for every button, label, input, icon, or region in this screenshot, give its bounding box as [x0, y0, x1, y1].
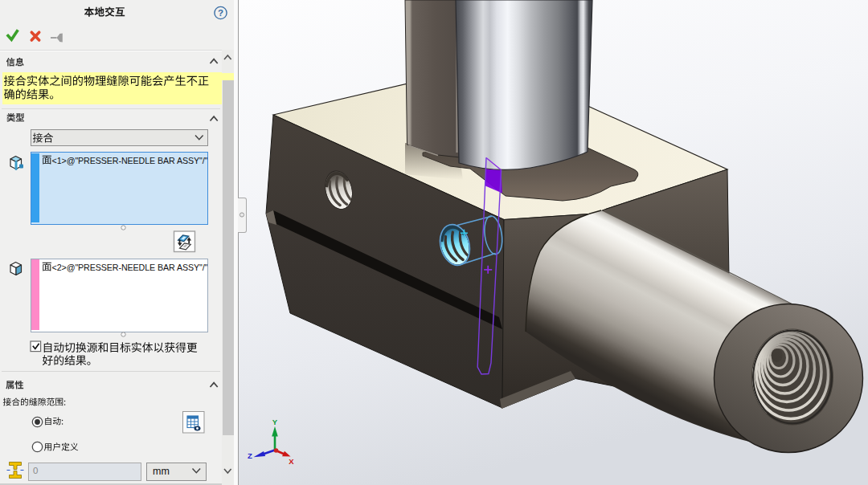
svg-text:Y: Y — [272, 418, 278, 426]
svg-text:X: X — [289, 457, 294, 466]
svg-text:?: ? — [218, 8, 223, 18]
